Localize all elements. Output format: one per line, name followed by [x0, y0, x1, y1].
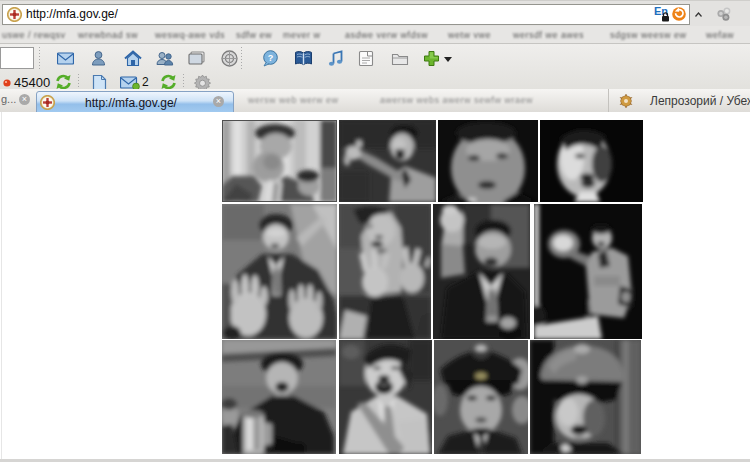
svg-text:?: ? [268, 53, 274, 63]
